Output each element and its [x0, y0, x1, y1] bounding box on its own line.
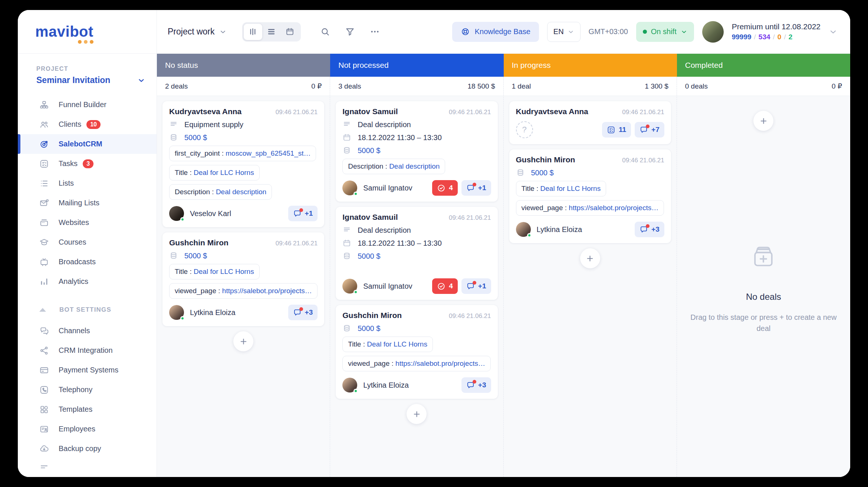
add-deal-button[interactable]	[233, 331, 253, 351]
search-icon[interactable]	[320, 27, 330, 37]
plus-icon	[759, 117, 768, 125]
shift-status-label: On shift	[651, 27, 677, 36]
language-selector[interactable]: EN	[547, 22, 581, 42]
project-work-dropdown[interactable]: Project work	[168, 27, 227, 37]
tasks-badge[interactable]: 11	[602, 122, 631, 138]
deal-card[interactable]: Ignatov Samuil 09:46 21.06.21 Deal descr…	[336, 207, 497, 300]
deals-box-icon	[749, 242, 778, 271]
sidebar-item-lists[interactable]: Lists	[18, 173, 157, 193]
kanban-column-not-processed: Not processed 3 deals 18 500 $ Ignatov S…	[330, 54, 503, 477]
knowledge-base-button[interactable]: Knowledge Base	[452, 22, 539, 42]
sidebar-item-templates[interactable]: Templates	[18, 400, 157, 419]
sidebar-item-mailing-lists[interactable]: Mailing Lists	[18, 193, 157, 213]
sidebar-item-crm-integration[interactable]: CRM Integration	[18, 341, 157, 360]
add-deal-button[interactable]	[753, 111, 773, 131]
deal-tag[interactable]: Title : Deal for LLC Horns	[342, 337, 433, 352]
deal-tag[interactable]: Description : Deal description	[342, 159, 445, 174]
sidebar-item-payment-systems[interactable]: Payment Systems	[18, 360, 157, 380]
deal-card[interactable]: Gushchin Miron 09:46 21.06.21 5000 $ Tit…	[336, 305, 497, 399]
user-avatar[interactable]	[702, 21, 724, 43]
project-selector[interactable]: Seminar Invitation	[18, 72, 157, 85]
kanban-view-button[interactable]	[244, 24, 262, 40]
overdue-tasks-badge[interactable]: 4	[432, 180, 458, 196]
column-header[interactable]: Completed	[677, 54, 850, 77]
comments-badge[interactable]: +1	[288, 206, 318, 221]
deal-timestamp: 09:46 21.06.21	[622, 109, 664, 116]
salebotcrm-dart-icon	[39, 139, 49, 149]
sidebar-item-employees[interactable]: Employees	[18, 419, 157, 439]
sidebar-item-websites[interactable]: Websites	[18, 213, 157, 232]
chevron-down-icon[interactable]	[829, 27, 838, 36]
deal-title: Kudryavtseva Anna	[516, 107, 588, 116]
deal-tag[interactable]: viewed_page : https://salebot.pro/projec…	[342, 356, 491, 371]
analytics-icon	[39, 277, 49, 286]
deal-card[interactable]: Kudryavtseva Anna 09:46 21.06.21 Equipme…	[162, 101, 324, 227]
deal-tag[interactable]: first_city_point : moscow_spb_625451_st…	[169, 146, 316, 161]
coins-icon	[342, 324, 351, 333]
sidebar-item-channels[interactable]: Channels	[18, 321, 157, 341]
deal-tag[interactable]: Title : Deal for LLC Horns	[169, 165, 260, 180]
deal-tag[interactable]: Title : Deal for LLC Horns	[516, 181, 606, 196]
comments-badge[interactable]: +7	[635, 122, 664, 138]
comments-badge[interactable]: +3	[461, 377, 491, 393]
coins-icon	[516, 168, 525, 177]
unknown-avatar-icon: ?	[516, 121, 533, 138]
deal-tag[interactable]: viewed_page : https://salebot.pro/projec…	[169, 283, 318, 299]
deal-amount: 5000 $	[531, 169, 554, 177]
comments-badge[interactable]: +3	[635, 222, 664, 237]
list-view-button[interactable]	[262, 24, 281, 40]
comments-badge[interactable]: +1	[461, 180, 491, 196]
sidebar-item-salebotcrm[interactable]: SalebotCRM	[18, 134, 157, 154]
account-summary[interactable]: Premium until 12.08.2022 99999 / 534 / 0…	[732, 22, 821, 41]
manager-name: Veselov Karl	[190, 209, 282, 218]
sidebar-item-funnel-builder[interactable]: Funnel Builder	[18, 95, 157, 115]
sidebar-item-broadcasts[interactable]: Broadcasts	[18, 252, 157, 272]
sidebar-item-courses[interactable]: Courses	[18, 232, 157, 252]
lists-icon	[39, 179, 49, 188]
deals-count: 3 deals	[338, 82, 361, 90]
column-cards: Kudryavtseva Anna 09:46 21.06.21 Equipme…	[157, 96, 330, 477]
chevron-down-icon	[137, 76, 145, 85]
sidebar-item-telephony[interactable]: Telephony	[18, 380, 157, 400]
column-header[interactable]: Not processed	[330, 54, 503, 77]
deal-card[interactable]: Gushchin Miron 09:46 21.06.21 5000 $ Tit…	[509, 149, 671, 243]
logo-dots-icon	[78, 40, 93, 44]
ellipsis-icon[interactable]	[370, 27, 380, 37]
add-deal-button[interactable]	[580, 248, 600, 268]
deal-tag[interactable]: Title : Deal for LLC Horns	[169, 264, 260, 279]
deal-card[interactable]: Kudryavtseva Anna 09:46 21.06.21 ? 11	[509, 101, 671, 144]
deal-tag[interactable]: Description : Deal description	[169, 184, 272, 200]
deals-count: 0 deals	[685, 82, 708, 90]
deal-card[interactable]: Ignatov Samuil 09:46 21.06.21 Deal descr…	[336, 101, 497, 202]
tag-value-link: Deal description	[216, 188, 266, 196]
sidebar-item-tasks[interactable]: Tasks 3	[18, 154, 157, 173]
crm-integration-icon	[39, 346, 49, 355]
mavibot-logo: mavibot	[35, 23, 93, 40]
comments-badge[interactable]: +1	[461, 278, 491, 294]
empty-state-hint: Drag to this stage or press + to create …	[687, 312, 839, 334]
calendar-view-button[interactable]	[281, 24, 299, 40]
topbar: Project work Knowledge Base EN	[157, 10, 850, 54]
coins-icon	[342, 252, 351, 261]
sidebar-item-backup-copy[interactable]: Backup copy	[18, 439, 157, 458]
deal-card[interactable]: Gushchin Miron 09:46 21.06.21 5000 $ Tit…	[162, 232, 324, 326]
online-dot-icon	[180, 217, 185, 222]
deal-tag[interactable]: viewed_page : https://salebot.pro/projec…	[516, 200, 664, 216]
shift-status-button[interactable]: On shift	[636, 22, 694, 42]
sidebar-item-analytics[interactable]: Analytics	[18, 272, 157, 291]
comments-badge[interactable]: +3	[288, 305, 318, 320]
deal-title: Ignatov Samuil	[342, 107, 398, 116]
add-deal-button[interactable]	[407, 404, 427, 424]
sidebar-item-clients[interactable]: Clients 10	[18, 115, 157, 134]
overdue-tasks-badge[interactable]: 4	[432, 278, 458, 294]
column-header[interactable]: No status	[157, 54, 330, 77]
list-view-icon	[267, 27, 276, 36]
online-dot-icon	[527, 233, 532, 238]
filter-icon[interactable]	[345, 27, 355, 37]
sidebar-item-label: Templates	[59, 405, 92, 414]
deal-amount: 5000 $	[358, 146, 380, 155]
lifebuoy-icon	[461, 27, 470, 36]
sidebar-item-partial[interactable]	[18, 458, 157, 477]
bot-settings-section[interactable]: BOT SETTINGS	[18, 306, 157, 314]
column-header[interactable]: In progress	[504, 54, 677, 77]
